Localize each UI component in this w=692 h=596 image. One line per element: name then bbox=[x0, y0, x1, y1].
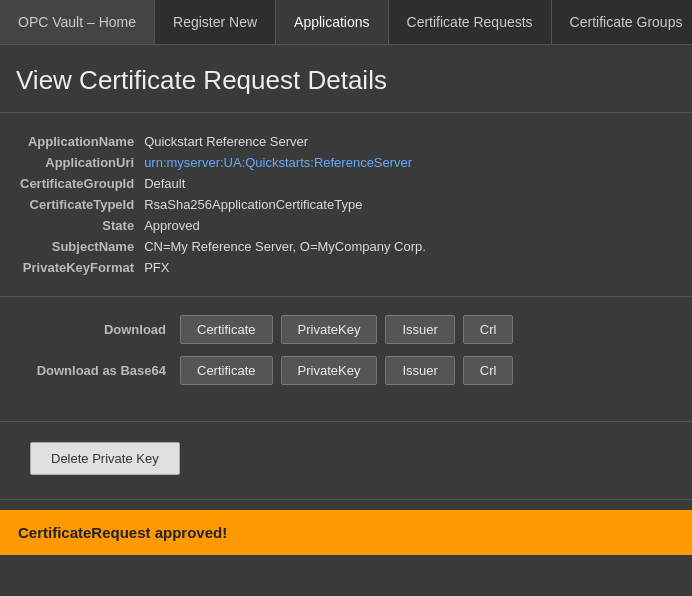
nav-applications[interactable]: Applications bbox=[276, 0, 389, 44]
download-row-2: Download as Base64 Certificate PrivateKe… bbox=[20, 356, 672, 385]
nav-cert-requests[interactable]: Certificate Requests bbox=[389, 0, 552, 44]
download-crl-btn[interactable]: Crl bbox=[463, 315, 514, 344]
delete-section: Delete Private Key bbox=[0, 422, 692, 500]
detail-value: PFX bbox=[144, 257, 426, 278]
page-title: View Certificate Request Details bbox=[0, 45, 692, 113]
details-section: ApplicationNameQuickstart Reference Serv… bbox=[0, 113, 692, 297]
navbar: OPC Vault – Home Register New Applicatio… bbox=[0, 0, 692, 45]
delete-private-key-button[interactable]: Delete Private Key bbox=[30, 442, 180, 475]
download-b64-crl-btn[interactable]: Crl bbox=[463, 356, 514, 385]
notification-bar: CertificateRequest approved! bbox=[0, 510, 692, 555]
detail-value: Approved bbox=[144, 215, 426, 236]
detail-value: Default bbox=[144, 173, 426, 194]
detail-label: State bbox=[20, 215, 144, 236]
detail-value: RsaSha256ApplicationCertificateType bbox=[144, 194, 426, 215]
download-btn-group-1: Certificate PrivateKey Issuer Crl bbox=[180, 315, 513, 344]
details-table: ApplicationNameQuickstart Reference Serv… bbox=[20, 131, 426, 278]
detail-row: CertificateGroupIdDefault bbox=[20, 173, 426, 194]
detail-row: PrivateKeyFormatPFX bbox=[20, 257, 426, 278]
download-row-1: Download Certificate PrivateKey Issuer C… bbox=[20, 315, 672, 344]
download-section: Download Certificate PrivateKey Issuer C… bbox=[0, 297, 692, 422]
download-issuer-btn[interactable]: Issuer bbox=[385, 315, 454, 344]
detail-label: SubjectName bbox=[20, 236, 144, 257]
detail-label: CertificateGroupId bbox=[20, 173, 144, 194]
download-b64-certificate-btn[interactable]: Certificate bbox=[180, 356, 273, 385]
detail-row: ApplicationUriurn:myserver:UA:Quickstart… bbox=[20, 152, 426, 173]
detail-value: CN=My Reference Server, O=MyCompany Corp… bbox=[144, 236, 426, 257]
detail-row: ApplicationNameQuickstart Reference Serv… bbox=[20, 131, 426, 152]
download-certificate-btn[interactable]: Certificate bbox=[180, 315, 273, 344]
download-b64-privatekey-btn[interactable]: PrivateKey bbox=[281, 356, 378, 385]
nav-home[interactable]: OPC Vault – Home bbox=[0, 0, 155, 44]
download-btn-group-2: Certificate PrivateKey Issuer Crl bbox=[180, 356, 513, 385]
detail-value: Quickstart Reference Server bbox=[144, 131, 426, 152]
detail-row: CertificateTypeIdRsaSha256ApplicationCer… bbox=[20, 194, 426, 215]
detail-label: CertificateTypeId bbox=[20, 194, 144, 215]
detail-row: SubjectNameCN=My Reference Server, O=MyC… bbox=[20, 236, 426, 257]
download-privatekey-btn[interactable]: PrivateKey bbox=[281, 315, 378, 344]
detail-label: ApplicationUri bbox=[20, 152, 144, 173]
nav-register[interactable]: Register New bbox=[155, 0, 276, 44]
nav-cert-groups[interactable]: Certificate Groups bbox=[552, 0, 692, 44]
detail-label: PrivateKeyFormat bbox=[20, 257, 144, 278]
detail-row: StateApproved bbox=[20, 215, 426, 236]
download-base64-label: Download as Base64 bbox=[20, 363, 180, 378]
download-b64-issuer-btn[interactable]: Issuer bbox=[385, 356, 454, 385]
download-label: Download bbox=[20, 322, 180, 337]
detail-label: ApplicationName bbox=[20, 131, 144, 152]
detail-value: urn:myserver:UA:Quickstarts:ReferenceSer… bbox=[144, 152, 426, 173]
